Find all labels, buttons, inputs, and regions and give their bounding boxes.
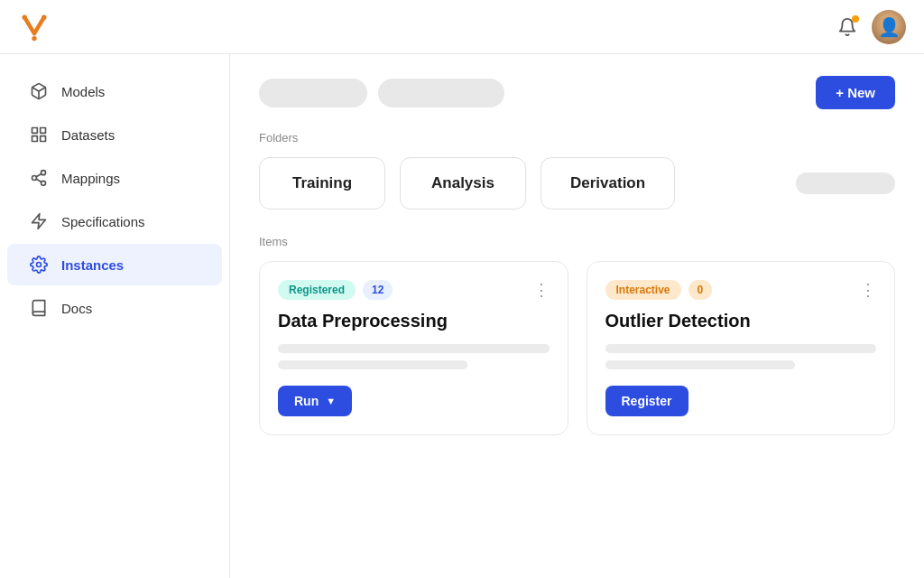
gear-icon bbox=[29, 255, 49, 275]
chevron-down-icon: ▼ bbox=[326, 396, 336, 406]
badges-1: Registered 12 bbox=[278, 280, 393, 300]
svg-point-1 bbox=[42, 14, 46, 19]
badge-interactive: Interactive bbox=[605, 280, 681, 300]
sidebar: Models Datasets Mappings bbox=[0, 54, 230, 578]
more-options-icon-1[interactable]: ⋮ bbox=[533, 282, 550, 298]
sidebar-item-mappings[interactable]: Mappings bbox=[7, 157, 222, 199]
sidebar-item-mappings-label: Mappings bbox=[61, 171, 120, 186]
badge-count-1: 12 bbox=[363, 280, 393, 300]
item-title-2: Outlier Detection bbox=[605, 311, 877, 331]
svg-rect-7 bbox=[41, 136, 46, 142]
notification-dot bbox=[852, 15, 859, 23]
item-skeleton-lines-2 bbox=[605, 344, 877, 369]
folder-training[interactable]: Training bbox=[259, 157, 385, 210]
main-layout: Models Datasets Mappings bbox=[0, 54, 924, 578]
badge-registered: Registered bbox=[278, 280, 356, 300]
run-button-label: Run bbox=[294, 394, 319, 408]
sidebar-item-instances[interactable]: Instances bbox=[7, 244, 222, 285]
sidebar-item-specifications[interactable]: Specifications bbox=[7, 200, 222, 242]
item-title-1: Data Preprocessing bbox=[278, 311, 550, 331]
sidebar-item-specifications-label: Specifications bbox=[61, 214, 145, 229]
svg-rect-5 bbox=[41, 128, 46, 134]
skeleton-line-1b bbox=[278, 360, 467, 369]
docs-icon bbox=[29, 298, 49, 318]
mappings-icon bbox=[29, 168, 49, 188]
item-card-header-2: Interactive 0 ⋮ bbox=[605, 280, 877, 300]
item-card-data-preprocessing: Registered 12 ⋮ Data Preprocessing Run ▼ bbox=[259, 261, 568, 435]
sidebar-item-models-label: Models bbox=[61, 84, 105, 99]
skeleton-line-2b bbox=[605, 360, 795, 369]
sidebar-item-models[interactable]: Models bbox=[7, 70, 222, 112]
folders-label: Folders bbox=[259, 131, 895, 144]
skeleton-line-2a bbox=[605, 344, 877, 353]
register-button[interactable]: Register bbox=[605, 386, 688, 416]
tab-skeletons bbox=[259, 79, 504, 107]
dataset-icon bbox=[29, 125, 49, 144]
main-content: + New Folders Training Analysis Derivati… bbox=[230, 54, 924, 578]
user-avatar[interactable]: 👤 bbox=[872, 10, 906, 44]
sidebar-item-datasets[interactable]: Datasets bbox=[7, 114, 222, 155]
sidebar-item-datasets-label: Datasets bbox=[61, 127, 115, 143]
svg-line-12 bbox=[36, 173, 42, 176]
svg-line-11 bbox=[36, 179, 42, 182]
topbar: 👤 bbox=[0, 0, 924, 54]
items-grid: Registered 12 ⋮ Data Preprocessing Run ▼ bbox=[259, 261, 895, 435]
folders-row: Training Analysis Derivation bbox=[259, 157, 895, 210]
run-button[interactable]: Run ▼ bbox=[278, 386, 352, 416]
avatar-image: 👤 bbox=[872, 10, 906, 44]
svg-rect-6 bbox=[32, 136, 38, 142]
logo bbox=[18, 11, 51, 43]
notification-bell[interactable] bbox=[837, 17, 857, 37]
folder-derivation[interactable]: Derivation bbox=[541, 157, 675, 210]
svg-point-2 bbox=[32, 35, 36, 40]
svg-point-0 bbox=[23, 14, 27, 19]
sidebar-item-docs-label: Docs bbox=[61, 301, 92, 316]
skeleton-line-1a bbox=[278, 344, 550, 353]
folder-analysis[interactable]: Analysis bbox=[400, 157, 526, 210]
cube-icon bbox=[29, 81, 49, 101]
topbar-right: 👤 bbox=[837, 10, 906, 44]
badge-count-2: 0 bbox=[688, 280, 713, 300]
top-controls: + New bbox=[259, 76, 895, 109]
new-button[interactable]: + New bbox=[816, 76, 895, 109]
skeleton-search bbox=[796, 172, 895, 194]
folders-list: Training Analysis Derivation bbox=[259, 157, 675, 210]
items-label: Items bbox=[259, 235, 895, 248]
svg-marker-13 bbox=[32, 214, 46, 229]
sidebar-item-docs[interactable]: Docs bbox=[7, 287, 222, 329]
more-options-icon-2[interactable]: ⋮ bbox=[860, 282, 876, 298]
item-skeleton-lines-1 bbox=[278, 344, 550, 369]
sidebar-item-instances-label: Instances bbox=[61, 257, 124, 273]
svg-point-14 bbox=[37, 263, 42, 267]
item-card-header-1: Registered 12 ⋮ bbox=[278, 280, 550, 300]
specifications-icon bbox=[29, 211, 49, 231]
badges-2: Interactive 0 bbox=[605, 280, 713, 300]
skeleton-tab-1 bbox=[259, 79, 367, 107]
item-card-outlier-detection: Interactive 0 ⋮ Outlier Detection Regist… bbox=[587, 261, 896, 435]
svg-rect-4 bbox=[32, 128, 38, 134]
skeleton-tab-2 bbox=[378, 79, 504, 107]
